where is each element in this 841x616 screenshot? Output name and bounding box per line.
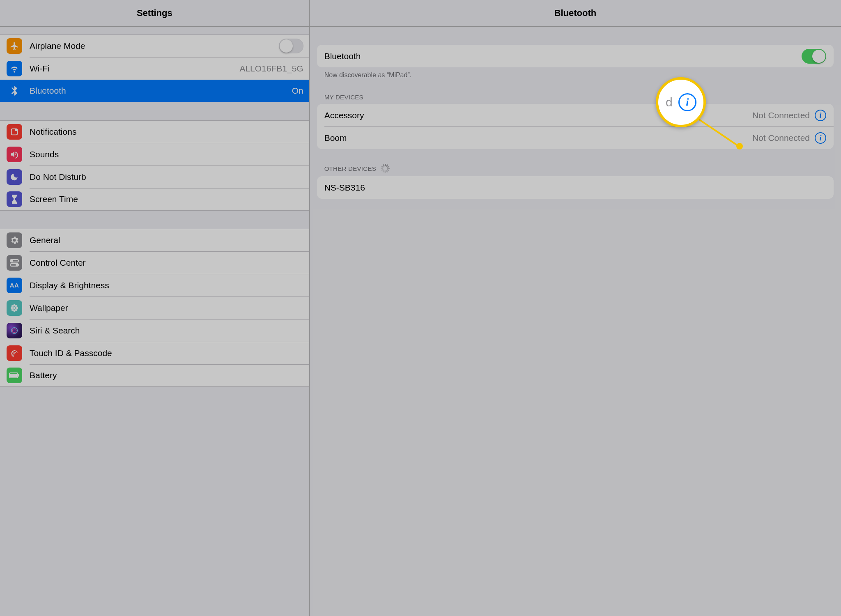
detail-panel: Bluetooth Bluetooth Now discoverable as … xyxy=(310,0,841,616)
spacer xyxy=(0,27,309,34)
wallpaper-label: Wallpaper xyxy=(30,303,303,313)
svg-point-13 xyxy=(11,308,14,311)
my-devices-header: MY DEVICES xyxy=(317,79,834,104)
battery-label: Battery xyxy=(30,370,303,380)
airplane-toggle[interactable] xyxy=(279,39,303,53)
fingerprint-icon xyxy=(7,345,22,361)
bluetooth-toggle[interactable] xyxy=(802,49,826,64)
wifi-icon xyxy=(7,61,22,76)
sidebar-title: Settings xyxy=(0,0,309,27)
svg-point-6 xyxy=(13,307,16,309)
general-label: General xyxy=(30,235,303,245)
display-label: Display & Brightness xyxy=(30,280,303,290)
bluetooth-toggle-group: Bluetooth xyxy=(317,45,834,67)
my-devices-list: Accessory Not Connected i Boom Not Conne… xyxy=(317,104,834,149)
svg-rect-19 xyxy=(18,374,19,377)
screentime-label: Screen Time xyxy=(30,194,303,204)
svg-point-14 xyxy=(15,308,18,311)
gear-icon xyxy=(7,232,22,248)
sidebar-item-dnd[interactable]: Do Not Disturb xyxy=(0,165,309,188)
svg-point-1 xyxy=(15,129,18,131)
info-icon[interactable]: i xyxy=(815,110,826,121)
sidebar-item-wifi[interactable]: Wi-Fi ALLO16FB1_5G xyxy=(0,57,309,80)
sidebar-item-general[interactable]: General xyxy=(0,229,309,251)
notifications-icon xyxy=(7,124,22,140)
sounds-icon xyxy=(7,147,22,162)
svg-point-11 xyxy=(11,305,14,307)
spacer xyxy=(0,102,309,120)
discoverable-caption: Now discoverable as “MiPad”. xyxy=(317,67,834,79)
sidebar-item-screentime[interactable]: Screen Time xyxy=(0,188,309,211)
sidebar-item-controlcenter[interactable]: Control Center xyxy=(0,251,309,274)
sidebar-item-notifications[interactable]: Notifications xyxy=(0,120,309,143)
sidebar-item-airplane[interactable]: Airplane Mode xyxy=(0,34,309,57)
toggles-icon xyxy=(7,255,22,271)
sounds-label: Sounds xyxy=(30,149,303,159)
flower-icon xyxy=(7,300,22,316)
info-icon[interactable]: i xyxy=(815,132,826,144)
detail-body: Bluetooth Now discoverable as “MiPad”. M… xyxy=(310,27,841,199)
svg-point-12 xyxy=(15,305,18,307)
my-devices-header-text: MY DEVICES xyxy=(324,94,363,101)
bluetooth-label: Bluetooth xyxy=(30,86,292,96)
siri-label: Siri & Search xyxy=(30,326,303,336)
device-status: Not Connected xyxy=(752,110,810,120)
dnd-label: Do Not Disturb xyxy=(30,172,303,182)
display-icon: AA xyxy=(7,278,22,293)
other-devices-header: OTHER DEVICES xyxy=(317,149,834,176)
device-status: Not Connected xyxy=(752,133,810,143)
svg-point-16 xyxy=(12,329,16,332)
svg-point-3 xyxy=(11,260,13,262)
controlcenter-label: Control Center xyxy=(30,258,303,268)
svg-rect-18 xyxy=(10,374,17,377)
airplane-label: Airplane Mode xyxy=(30,41,279,51)
other-devices-list: NS-SB316 xyxy=(317,176,834,199)
bluetooth-icon xyxy=(7,83,22,99)
bluetooth-toggle-row[interactable]: Bluetooth xyxy=(317,45,834,67)
device-row[interactable]: Accessory Not Connected i xyxy=(317,104,834,126)
callout-magnifier: d i xyxy=(656,77,706,127)
spacer xyxy=(0,211,309,229)
bluetooth-value: On xyxy=(292,86,303,96)
bluetooth-toggle-label: Bluetooth xyxy=(324,51,802,61)
wifi-value: ALLO16FB1_5G xyxy=(239,64,303,74)
hourglass-icon xyxy=(7,191,22,207)
spinner-icon xyxy=(380,164,389,173)
sidebar-item-bluetooth[interactable]: Bluetooth On xyxy=(0,80,309,102)
device-name: NS-SB316 xyxy=(324,183,826,193)
callout-fragment: d xyxy=(666,95,673,109)
device-name: Boom xyxy=(324,133,752,143)
sidebar-item-sounds[interactable]: Sounds xyxy=(0,143,309,165)
svg-point-5 xyxy=(16,264,18,266)
sidebar-item-wallpaper[interactable]: Wallpaper xyxy=(0,297,309,319)
callout-endpoint xyxy=(736,143,743,149)
touchid-label: Touch ID & Passcode xyxy=(30,348,303,358)
notifications-label: Notifications xyxy=(30,127,303,137)
battery-icon xyxy=(7,368,22,383)
sidebar-item-touchid[interactable]: Touch ID & Passcode xyxy=(0,342,309,364)
device-row[interactable]: NS-SB316 xyxy=(317,176,834,199)
settings-app: Settings Airplane Mode Wi-Fi ALLO16FB1_5… xyxy=(0,0,841,616)
other-devices-header-text: OTHER DEVICES xyxy=(324,165,376,172)
moon-icon xyxy=(7,169,22,185)
device-row[interactable]: Boom Not Connected i xyxy=(317,126,834,149)
sidebar-item-display[interactable]: AA Display & Brightness xyxy=(0,274,309,297)
detail-title: Bluetooth xyxy=(310,0,841,27)
airplane-icon xyxy=(7,38,22,54)
sidebar-item-battery[interactable]: Battery xyxy=(0,364,309,387)
siri-icon xyxy=(7,323,22,338)
wifi-label: Wi-Fi xyxy=(30,64,239,74)
settings-sidebar: Settings Airplane Mode Wi-Fi ALLO16FB1_5… xyxy=(0,0,310,616)
sidebar-item-siri[interactable]: Siri & Search xyxy=(0,319,309,342)
info-icon: i xyxy=(678,93,696,111)
